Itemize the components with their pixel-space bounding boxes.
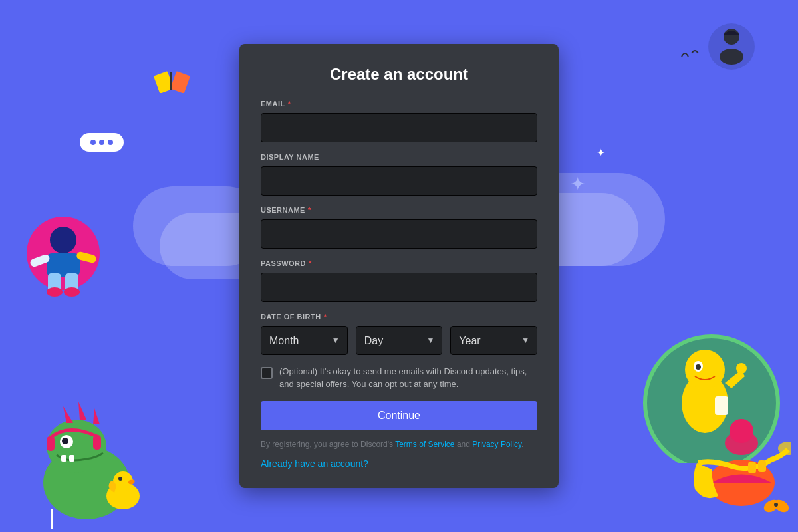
password-required-star: * — [309, 259, 312, 267]
email-opt-in-checkbox[interactable] — [261, 367, 273, 379]
svg-point-15 — [43, 446, 130, 519]
display-name-field-group: DISPLAY NAME — [261, 153, 537, 196]
day-select-wrapper: Day // This won't execute in select, han… — [356, 326, 443, 355]
month-select[interactable]: Month January February March April May J… — [261, 326, 348, 355]
email-required-star: * — [288, 100, 291, 108]
svg-point-27 — [113, 471, 133, 491]
display-name-label: DISPLAY NAME — [261, 153, 537, 161]
svg-rect-22 — [47, 436, 55, 451]
email-field-group: EMAIL * — [261, 100, 537, 142]
svg-point-4 — [724, 29, 739, 45]
svg-point-45 — [772, 497, 791, 515]
trumpet-decoration — [692, 430, 791, 525]
password-input[interactable] — [261, 273, 537, 302]
svg-point-40 — [708, 460, 775, 506]
email-opt-in-label: (Optional) It's okay to send me emails w… — [279, 366, 537, 390]
svg-point-39 — [730, 419, 753, 443]
svg-rect-1 — [170, 71, 190, 93]
password-label: PASSWORD * — [261, 259, 537, 267]
svg-rect-0 — [154, 71, 174, 93]
username-field-group: USERNAME * — [261, 206, 537, 249]
left-char-decoration — [20, 210, 106, 299]
svg-point-26 — [106, 483, 140, 509]
svg-point-33 — [685, 350, 725, 390]
svg-point-32 — [682, 373, 728, 433]
svg-point-7 — [50, 227, 76, 253]
svg-point-14 — [64, 287, 80, 297]
svg-point-38 — [725, 431, 758, 455]
svg-marker-19 — [93, 408, 100, 424]
svg-marker-17 — [63, 406, 73, 423]
svg-point-36 — [736, 363, 747, 374]
svg-rect-9 — [29, 253, 51, 268]
svg-point-41 — [778, 442, 791, 455]
modal-title: Create an account — [261, 65, 537, 84]
email-label: EMAIL * — [261, 100, 537, 108]
svg-point-46 — [774, 503, 778, 507]
birds-decoration — [678, 47, 712, 69]
svg-rect-10 — [76, 251, 97, 263]
username-input[interactable] — [261, 219, 537, 249]
dob-field-group: DATE OF BIRTH * Month January February M… — [261, 313, 537, 355]
year-select[interactable]: Year 20262025202420232022202120202019201… — [450, 326, 537, 355]
svg-rect-23 — [93, 435, 101, 450]
svg-rect-8 — [47, 253, 80, 277]
svg-rect-11 — [48, 273, 61, 292]
username-required-star: * — [308, 206, 311, 214]
day-select[interactable]: Day // This won't execute in select, han… — [356, 326, 443, 355]
svg-point-30 — [645, 336, 778, 463]
svg-point-3 — [708, 23, 755, 70]
svg-point-16 — [47, 420, 106, 473]
svg-point-5 — [720, 49, 743, 65]
right-char-decoration — [638, 317, 785, 466]
svg-rect-42 — [748, 462, 756, 473]
email-opt-in-row: (Optional) It's okay to send me emails w… — [261, 366, 537, 390]
svg-point-31 — [645, 336, 778, 463]
svg-rect-43 — [758, 460, 766, 472]
svg-marker-18 — [78, 402, 86, 420]
dino-decoration — [20, 396, 153, 532]
continue-button[interactable]: Continue — [261, 401, 537, 430]
svg-point-34 — [694, 361, 703, 372]
svg-rect-25 — [69, 455, 74, 462]
svg-point-28 — [118, 477, 122, 481]
svg-point-6 — [27, 217, 100, 290]
svg-point-35 — [696, 364, 701, 370]
chat-bubble-decoration — [80, 133, 124, 152]
email-input[interactable] — [261, 113, 537, 142]
svg-point-13 — [47, 287, 63, 297]
tos-text: By registering, you agree to Discord's T… — [261, 438, 537, 450]
privacy-policy-link[interactable]: Privacy Policy — [472, 440, 521, 449]
top-right-decoration — [705, 20, 758, 76]
month-select-wrapper: Month January February March April May J… — [261, 326, 348, 355]
password-field-group: PASSWORD * — [261, 259, 537, 302]
svg-rect-24 — [61, 455, 66, 462]
svg-rect-37 — [715, 396, 728, 415]
dob-required-star: * — [324, 313, 327, 321]
svg-point-21 — [62, 438, 68, 444]
display-name-input[interactable] — [261, 166, 537, 196]
registration-modal: Create an account EMAIL * DISPLAY NAME U… — [239, 44, 559, 487]
svg-point-20 — [60, 435, 73, 448]
dob-row: Month January February March April May J… — [261, 326, 537, 355]
dob-label: DATE OF BIRTH * — [261, 313, 537, 321]
book-decoration — [153, 66, 193, 96]
tos-link[interactable]: Terms of Service — [395, 440, 454, 449]
username-label: USERNAME * — [261, 206, 537, 214]
already-have-account-link[interactable]: Already have an account? — [261, 458, 368, 469]
svg-rect-12 — [65, 273, 78, 292]
year-select-wrapper: Year 20262025202420232022202120202019201… — [450, 326, 537, 355]
svg-point-44 — [762, 497, 781, 515]
